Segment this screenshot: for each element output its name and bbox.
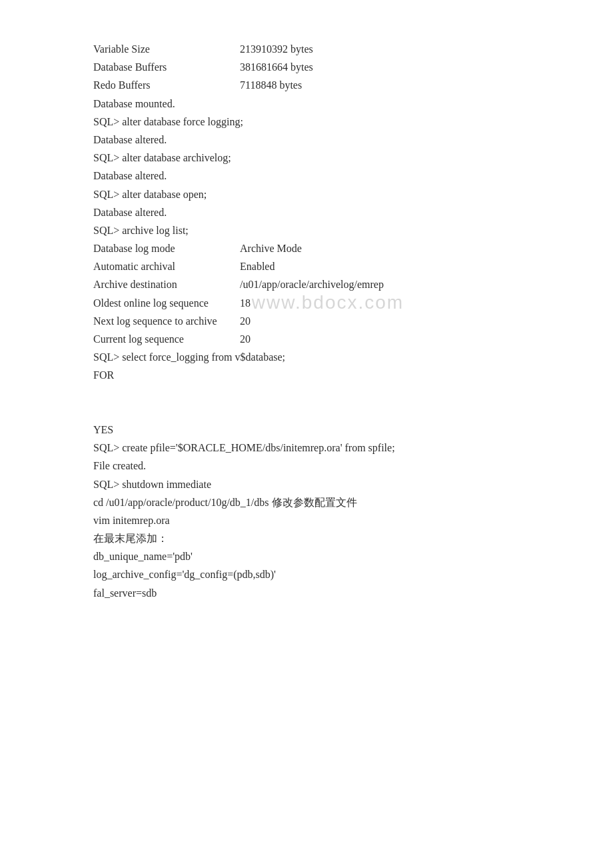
value-redo-buffers: 7118848 bytes	[240, 76, 520, 94]
line-cd-command: cd /u01/app/oracle/product/10g/db_1/dbs …	[93, 493, 520, 511]
label-variable-size: Variable Size	[93, 40, 240, 58]
line-database-mounted: Database mounted.	[93, 95, 520, 113]
line-sql-select-force-logging: SQL> select force_logging from v$databas…	[93, 348, 520, 366]
value-automatic-archival: Enabled	[240, 257, 520, 275]
line-log-archive-config: log_archive_config='dg_config=(pdb,sdb)'	[93, 565, 520, 583]
label-automatic-archival: Automatic archival	[93, 257, 240, 275]
line-db-unique-name: db_unique_name='pdb'	[93, 547, 520, 565]
line-yes: YES	[93, 421, 520, 439]
line-current-log-sequence: Current log sequence 20	[93, 330, 520, 348]
line-vim-command: vim initemrep.ora	[93, 511, 520, 529]
value-archive-destination: /u01/app/oracle/archivelog/emrep	[240, 275, 520, 293]
line-sql-archivelog: SQL> alter database archivelog;	[93, 149, 520, 167]
line-database-buffers: Database Buffers 381681664 bytes	[93, 58, 520, 76]
line-fal-server: fal_server=sdb	[93, 584, 520, 602]
line-db-altered-1: Database altered.	[93, 131, 520, 149]
line-sql-alter-open: SQL> alter database open;	[93, 185, 520, 203]
line-redo-buffers: Redo Buffers 7118848 bytes	[93, 76, 520, 94]
label-archive-destination: Archive destination	[93, 275, 240, 293]
line-archive-destination: Archive destination /u01/app/oracle/arch…	[93, 275, 520, 293]
label-current-log-sequence: Current log sequence	[93, 330, 240, 348]
value-current-log-sequence: 20	[240, 330, 520, 348]
line-sql-archive-log-list: SQL> archive log list;	[93, 221, 520, 239]
line-next-log-sequence: Next log sequence to archive 20	[93, 312, 520, 330]
line-oldest-log-sequence: Oldest online log sequence 18 www.bdocx.…	[93, 294, 520, 312]
line-db-log-mode: Database log mode Archive Mode	[93, 239, 520, 257]
line-add-at-end: 在最末尾添加：	[93, 529, 520, 547]
line-file-created: File created.	[93, 457, 520, 475]
value-variable-size: 213910392 bytes	[240, 40, 520, 58]
empty-line-2	[93, 403, 520, 421]
line-sql-create-pfile: SQL> create pfile='$ORACLE_HOME/dbs/init…	[93, 439, 520, 457]
main-content: Variable Size 213910392 bytes Database B…	[93, 40, 520, 602]
line-sql-force-logging: SQL> alter database force logging;	[93, 113, 520, 131]
line-variable-size: Variable Size 213910392 bytes	[93, 40, 520, 58]
label-redo-buffers: Redo Buffers	[93, 76, 240, 94]
value-next-log-sequence: 20	[240, 312, 520, 330]
line-automatic-archival: Automatic archival Enabled	[93, 257, 520, 275]
label-database-buffers: Database Buffers	[93, 58, 240, 76]
line-sql-shutdown: SQL> shutdown immediate	[93, 475, 520, 493]
line-db-altered-2: Database altered.	[93, 167, 520, 185]
value-db-log-mode: Archive Mode	[240, 239, 520, 257]
line-for: FOR	[93, 366, 520, 384]
line-db-altered-3: Database altered.	[93, 203, 520, 221]
empty-line-1	[93, 385, 520, 403]
label-oldest-log-sequence: Oldest online log sequence	[93, 294, 240, 312]
label-db-log-mode: Database log mode	[93, 239, 240, 257]
label-next-log-sequence: Next log sequence to archive	[93, 312, 240, 330]
value-database-buffers: 381681664 bytes	[240, 58, 520, 76]
value-oldest-log-sequence: 18	[240, 294, 520, 312]
